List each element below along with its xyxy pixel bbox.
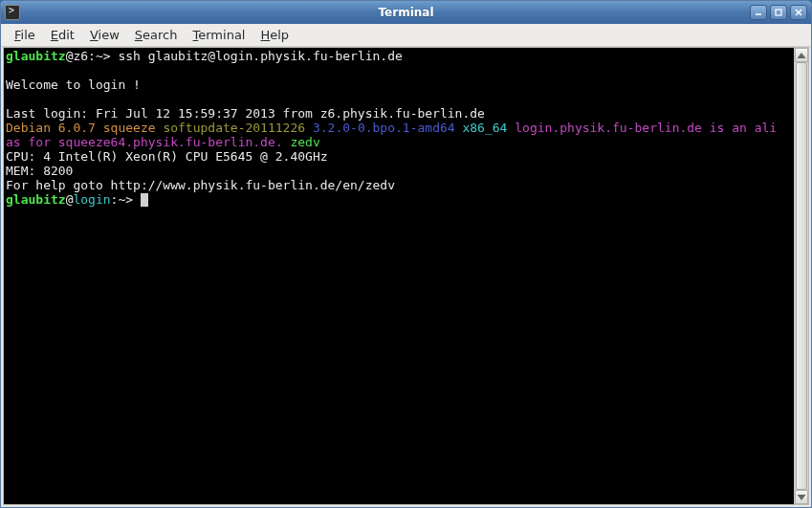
- menu-help[interactable]: Help: [252, 26, 296, 44]
- svg-marker-5: [798, 495, 806, 500]
- prompt-host: z6: [73, 49, 88, 63]
- titlebar[interactable]: Terminal: [1, 1, 811, 24]
- prompt-user: glaubitz: [6, 49, 66, 63]
- prompt2-end: >: [125, 192, 141, 207]
- motd-cpu: CPU: 4 Intel(R) Xeon(R) CPU E5645 @ 2.40…: [6, 149, 328, 164]
- minimize-icon: [754, 8, 763, 17]
- motd-softupdate: softupdate-20111226: [163, 121, 313, 135]
- terminal-app-icon: [5, 5, 20, 20]
- terminal-output[interactable]: glaubitz@z6:~> ssh glaubitz@login.physik…: [4, 48, 794, 504]
- close-button[interactable]: [790, 5, 807, 20]
- prompt2-user: glaubitz: [6, 192, 66, 207]
- svg-marker-4: [798, 53, 806, 58]
- terminal-window: Terminal File Edit View Search Terminal …: [0, 0, 812, 508]
- svg-rect-1: [776, 10, 781, 15]
- motd-debian: Debian 6.0.7 squeeze: [6, 121, 163, 135]
- scrollbar-track[interactable]: [795, 62, 808, 490]
- maximize-button[interactable]: [770, 5, 787, 20]
- prompt-end: >: [103, 49, 119, 63]
- menubar: File Edit View Search Terminal Help: [1, 24, 811, 47]
- menu-search[interactable]: Search: [127, 26, 186, 44]
- window-controls: [750, 5, 807, 20]
- minimize-button[interactable]: [750, 5, 767, 20]
- command-text: ssh glaubitz@login.physik.fu-berlin.de: [118, 49, 402, 63]
- motd-arch: x86_64: [462, 121, 515, 135]
- scroll-down-button[interactable]: [795, 490, 808, 504]
- menu-terminal[interactable]: Terminal: [186, 26, 253, 44]
- window-title: Terminal: [1, 6, 811, 19]
- motd-kernel: 3.2.0-0.bpo.1-amd64: [313, 121, 463, 135]
- motd-help: For help goto http://www.physik.fu-berli…: [6, 178, 395, 192]
- menu-file[interactable]: File: [7, 26, 43, 44]
- motd-welcome: Welcome to login !: [6, 77, 141, 92]
- motd-lastlogin: Last login: Fri Jul 12 15:59:37 2013 fro…: [6, 106, 485, 121]
- chevron-down-icon: [796, 492, 807, 503]
- cursor-block: [141, 193, 148, 207]
- motd-alias2: as for squeeze64.physik.fu-berlin.de.: [6, 135, 290, 149]
- scrollbar[interactable]: [794, 48, 808, 504]
- terminal-area: glaubitz@z6:~> ssh glaubitz@login.physik…: [3, 47, 809, 505]
- prompt2-host: login: [73, 192, 110, 207]
- menu-view[interactable]: View: [82, 26, 127, 44]
- motd-zedv: zedv: [290, 135, 319, 149]
- motd-alias1: login.physik.fu-berlin.de is an ali: [515, 121, 777, 135]
- scrollbar-thumb[interactable]: [796, 62, 807, 490]
- menu-edit[interactable]: Edit: [43, 26, 82, 44]
- chevron-up-icon: [796, 50, 807, 61]
- close-icon: [794, 8, 803, 17]
- prompt-sep: :: [88, 49, 96, 63]
- prompt-path: ~: [96, 49, 103, 63]
- motd-mem: MEM: 8200: [6, 164, 73, 178]
- scroll-up-button[interactable]: [795, 48, 808, 62]
- maximize-icon: [774, 8, 783, 17]
